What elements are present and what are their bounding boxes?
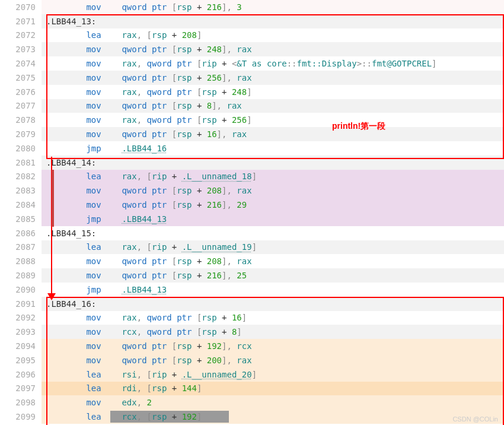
token: + <box>167 383 181 393</box>
code-content[interactable]: movrcx, qword ptr [rsp + 8] <box>42 325 504 339</box>
code-line[interactable]: 2090 jmp.LBB44_13 <box>0 283 504 297</box>
code-content[interactable]: jmp.LBB44_16 <box>42 141 504 156</box>
code-line[interactable]: 2074 movrax, qword ptr [rip + <&T as cor… <box>0 56 504 71</box>
code-line[interactable]: 2072 learax, [rsp + 208] <box>0 28 504 43</box>
code-line[interactable]: 2088 movqword ptr [rsp + 208], rax <box>0 254 504 268</box>
code-content[interactable]: movqword ptr [rsp + 192], rcx <box>42 339 504 353</box>
code-content[interactable]: movrax, qword ptr [rsp + 16] <box>42 311 504 325</box>
token: mov <box>86 356 122 365</box>
code-content[interactable]: movqword ptr [rsp + 216], 3 <box>42 0 504 14</box>
token: 192 <box>182 412 197 421</box>
code-line[interactable]: 2093 movrcx, qword ptr [rsp + 8] <box>0 325 504 339</box>
token <box>46 45 86 54</box>
code-content[interactable]: learcx, [rsp + 192] <box>42 410 504 424</box>
line-number: 2074 <box>0 56 42 71</box>
token: 192 <box>207 341 222 351</box>
code-line[interactable]: 2089 movqword ptr [rsp + 216], 25 <box>0 268 504 283</box>
code-content[interactable]: .LBB44_16: <box>42 297 504 311</box>
code-line[interactable]: 2085 jmp.LBB44_13 <box>0 212 504 226</box>
token: mov <box>86 2 122 12</box>
code-content[interactable]: movqword ptr [rsp + 8], rax <box>42 99 504 113</box>
token: qword ptr <box>147 87 192 97</box>
code-content[interactable]: movqword ptr [rsp + 200], rax <box>42 353 504 367</box>
code-content[interactable]: .LBB44_15: <box>42 226 504 240</box>
code-content[interactable]: movqword ptr [rsp + 248], rax <box>42 42 504 56</box>
code-line[interactable]: 2083 movqword ptr [rsp + 208], rax <box>0 183 504 198</box>
token: 208 <box>182 30 197 40</box>
token <box>46 327 86 337</box>
code-line[interactable]: 2096 learsi, [rip + .L__unnamed_20] <box>0 367 504 382</box>
token: qword ptr <box>147 327 192 337</box>
code-content[interactable]: learax, [rip + .L__unnamed_18] <box>42 170 504 184</box>
code-content[interactable]: movrax, qword ptr [rip + <&T as core::fm… <box>42 56 504 71</box>
code-content[interactable]: leardi, [rsp + 144] <box>42 382 504 396</box>
code-content[interactable]: movqword ptr [rsp + 16], rax <box>42 127 504 141</box>
code-line[interactable]: 2098 movedx, 2 <box>0 395 504 410</box>
code-line[interactable]: 2087 learax, [rip + .L__unnamed_19] <box>0 240 504 255</box>
code-line[interactable]: 2082 learax, [rip + .L__unnamed_18] <box>0 170 504 184</box>
code-content[interactable]: movqword ptr [rsp + 216], 25 <box>42 268 504 283</box>
code-content[interactable]: learsi, [rip + .L__unnamed_20] <box>42 367 504 382</box>
token: + <box>167 30 181 40</box>
token: 2 <box>147 398 152 407</box>
token: qword ptr <box>147 59 192 68</box>
code-line[interactable]: 2097 leardi, [rsp + 144] <box>0 382 504 396</box>
code-line[interactable]: 2075 movqword ptr [rsp + 256], rax <box>0 71 504 85</box>
line-number: 2096 <box>0 367 42 382</box>
line-number: 2072 <box>0 28 42 43</box>
code-content[interactable]: movqword ptr [rsp + 256], rax <box>42 71 504 85</box>
code-line[interactable]: 2073 movqword ptr [rsp + 248], rax <box>0 42 504 56</box>
code-line[interactable]: 2078 movrax, qword ptr [rsp + 256] <box>0 113 504 127</box>
code-content[interactable]: movedx, 2 <box>42 395 504 410</box>
code-line[interactable]: 2070 movqword ptr [rsp + 216], 3 <box>0 0 504 14</box>
code-content[interactable]: .LBB44_13: <box>42 14 504 28</box>
code-content[interactable]: .LBB44_14: <box>42 156 504 170</box>
code-line[interactable]: 2081.LBB44_14: <box>0 156 504 170</box>
code-line[interactable]: 2076 movrax, qword ptr [rsp + 248] <box>0 85 504 99</box>
token: mov <box>86 115 122 125</box>
code-line[interactable]: 2086.LBB44_15: <box>0 226 504 240</box>
token: , [ <box>137 30 152 40</box>
code-content[interactable]: movrax, qword ptr [rsp + 256] <box>42 113 504 127</box>
code-content[interactable]: movrax, qword ptr [rsp + 248] <box>42 85 504 99</box>
code-line[interactable]: 2091.LBB44_16: <box>0 297 504 311</box>
token: , <box>137 115 147 125</box>
token: rsp <box>177 341 192 351</box>
token <box>46 101 86 110</box>
code-line[interactable]: 2092 movrax, qword ptr [rsp + 16] <box>0 311 504 325</box>
code-content[interactable]: learax, [rip + .L__unnamed_19] <box>42 240 504 255</box>
token: + <box>217 115 232 125</box>
code-content[interactable]: movqword ptr [rsp + 208], rax <box>42 183 504 198</box>
code-line[interactable]: 2094 movqword ptr [rsp + 192], rcx <box>0 339 504 353</box>
code-line[interactable]: 2099 learcx, [rsp + 192] <box>0 410 504 424</box>
token: ] <box>237 327 241 337</box>
code-content[interactable]: movqword ptr [rsp + 216], 29 <box>42 198 504 212</box>
token <box>46 129 86 139</box>
token <box>46 271 86 280</box>
token: rax <box>122 30 136 40</box>
token: mov <box>86 59 122 68</box>
line-number: 2084 <box>0 198 42 212</box>
code-line[interactable]: 2077 movqword ptr [rsp + 8], rax <box>0 99 504 113</box>
token: jmp <box>86 214 122 224</box>
code-content[interactable]: jmp.LBB44_13 <box>42 212 504 226</box>
code-content[interactable]: learax, [rsp + 208] <box>42 28 504 43</box>
token: rsp <box>177 186 192 195</box>
token: 16 <box>207 129 217 139</box>
token: rax <box>237 356 251 365</box>
token: 25 <box>237 271 247 280</box>
token: [ <box>192 115 202 125</box>
token: &T as core <box>237 59 286 68</box>
code-line[interactable]: 2095 movqword ptr [rsp + 200], rax <box>0 353 504 367</box>
token: 200 <box>207 356 222 365</box>
token: rsp <box>177 2 192 12</box>
code-content[interactable]: jmp.LBB44_13 <box>42 283 504 297</box>
token: 248 <box>232 87 247 97</box>
code-line[interactable]: 2084 movqword ptr [rsp + 216], 29 <box>0 198 504 212</box>
line-number: 2075 <box>0 71 42 85</box>
code-line[interactable]: 2080 jmp.LBB44_16 <box>0 141 504 156</box>
code-line[interactable]: 2071.LBB44_13: <box>0 14 504 28</box>
code-line[interactable]: 2079 movqword ptr [rsp + 16], rax <box>0 127 504 141</box>
code-content[interactable]: movqword ptr [rsp + 208], rax <box>42 254 504 268</box>
line-number: 2091 <box>0 297 42 311</box>
